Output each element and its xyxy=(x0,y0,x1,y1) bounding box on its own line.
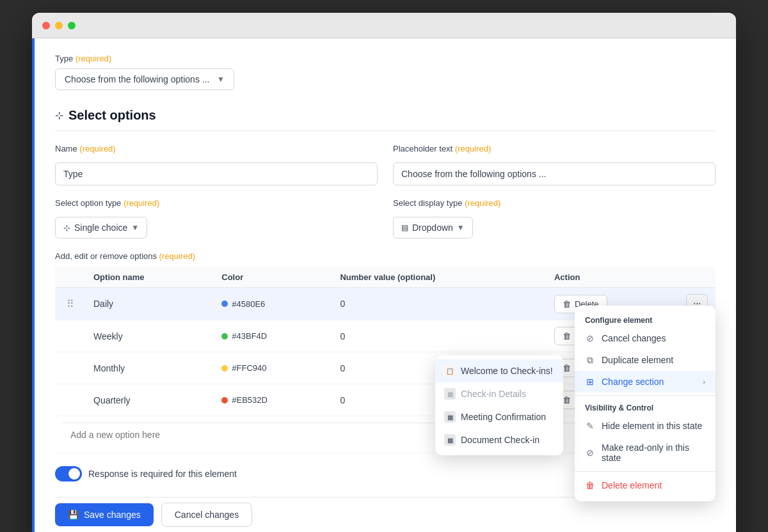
close-button[interactable] xyxy=(42,22,50,29)
maximize-button[interactable] xyxy=(68,22,76,29)
menu-item-change-section[interactable]: ⊞ Change section › xyxy=(575,371,716,393)
option-type-label: Select option type (required) xyxy=(55,198,378,208)
drag-handle-icon[interactable]: ⠿ xyxy=(63,299,78,309)
cancel-icon: ⊘ xyxy=(585,333,595,343)
configure-section-title: Configure element xyxy=(575,311,716,327)
submenu-item-document[interactable]: ▦ Document Check-in xyxy=(435,428,563,451)
display-type-label: Select display type (required) xyxy=(393,198,716,208)
required-toggle[interactable] xyxy=(55,466,82,481)
actions-row: 💾 Save changes Cancel changes xyxy=(55,497,716,527)
menu-item-delete-element[interactable]: 🗑 Delete element xyxy=(575,474,716,496)
trash-icon: 🗑 xyxy=(563,363,571,373)
display-type-arrow-icon: ▼ xyxy=(457,223,465,232)
main-content: Type (required) Choose from the followin… xyxy=(35,38,736,532)
display-type-group: Select display type (required) ▤ Dropdow… xyxy=(393,198,716,239)
dropdown-display-icon: ▤ xyxy=(401,223,408,232)
submenu: 📋 Welcome to Check-ins! ▦ Check-in Detai… xyxy=(435,356,563,455)
dropdown-arrow-icon: ▼ xyxy=(217,75,225,84)
color-dot-icon xyxy=(221,365,228,372)
col-option-name xyxy=(55,267,86,288)
content-area: Type (required) Choose from the followin… xyxy=(32,38,736,532)
option-name-cell: Monthly xyxy=(86,352,214,384)
menu-item-duplicate[interactable]: ⧉ Duplicate element xyxy=(575,349,716,371)
section-icon: ⊹ xyxy=(55,109,63,121)
submenu-item-meeting[interactable]: ▦ Meeting Confirmation xyxy=(435,405,563,428)
context-menu: Configure element ⊘ Cancel changes ⧉ Dup… xyxy=(575,306,716,501)
menu-item-readonly[interactable]: ⊘ Make read-only in this state xyxy=(575,437,716,469)
section-title: Select options xyxy=(68,108,156,123)
color-cell: #43BF4D xyxy=(214,320,332,352)
trash-icon: 🗑 xyxy=(563,331,571,341)
col-option-name-label: Option name xyxy=(86,267,214,288)
type-dropdown[interactable]: Choose from the following options ... ▼ xyxy=(55,68,234,90)
section-header: ⊹ Select options xyxy=(55,108,716,131)
duplicate-icon: ⧉ xyxy=(585,355,595,365)
menu-item-hide-element[interactable]: ✎ Hide element in this state xyxy=(575,415,716,437)
cancel-button[interactable]: Cancel changes xyxy=(161,503,252,527)
drag-handle-cell: ⠿ xyxy=(55,288,86,320)
trash-icon: 🗑 xyxy=(563,299,571,309)
type-display-row: Select option type (required) ⊹ Single c… xyxy=(55,198,716,239)
option-name-cell: Weekly xyxy=(86,320,214,352)
minimize-button[interactable] xyxy=(55,22,63,29)
color-cell: #FFC940 xyxy=(214,352,332,384)
drag-handle-cell xyxy=(55,384,86,416)
context-menu-container: 📋 Welcome to Check-ins! ▦ Check-in Detai… xyxy=(575,306,716,501)
color-cell: #EB532D xyxy=(214,384,332,416)
placeholder-input[interactable] xyxy=(393,162,716,185)
option-name-cell: Quarterly xyxy=(86,384,214,416)
color-dot-icon xyxy=(221,397,228,403)
menu-divider xyxy=(575,395,716,396)
save-icon: 💾 xyxy=(68,510,79,520)
submenu-item-icon: ▦ xyxy=(444,388,456,400)
titlebar xyxy=(32,13,736,38)
name-group: Name (required) xyxy=(55,144,378,185)
chevron-right-icon: › xyxy=(703,378,705,386)
color-dot-icon xyxy=(221,333,228,340)
readonly-icon: ⊘ xyxy=(585,448,595,458)
submenu-item-icon: 📋 xyxy=(444,365,456,377)
drag-handle-cell xyxy=(55,352,86,384)
submenu-item-icon: ▦ xyxy=(444,434,456,446)
col-number-value: Number value (optional) xyxy=(332,267,547,288)
name-input[interactable] xyxy=(55,162,378,185)
option-type-arrow-icon: ▼ xyxy=(131,223,139,232)
table-header-row: Option name Color Number value (optional… xyxy=(55,267,716,288)
color-cell: #4580E6 xyxy=(214,288,332,320)
hide-icon: ✎ xyxy=(585,421,595,431)
option-name-cell: Daily xyxy=(86,288,214,320)
number-cell: 0 xyxy=(332,320,547,352)
placeholder-label: Placeholder text (required) xyxy=(393,144,716,153)
color-badge: #4580E6 xyxy=(221,299,265,309)
options-section-label: Add, edit or remove options (required) xyxy=(55,251,716,261)
trash-icon: 🗑 xyxy=(563,395,571,405)
option-type-group: Select option type (required) ⊹ Single c… xyxy=(55,198,378,239)
submenu-item-checkin-details: ▦ Check-in Details xyxy=(435,382,563,405)
name-label: Name (required) xyxy=(55,144,378,153)
app-window: Type (required) Choose from the followin… xyxy=(32,13,736,532)
visibility-section-title: Visibility & Control xyxy=(575,398,716,415)
color-dot-icon xyxy=(221,301,228,307)
color-badge: #EB532D xyxy=(221,395,268,405)
submenu-item-icon: ▦ xyxy=(444,411,456,423)
placeholder-group: Placeholder text (required) xyxy=(393,144,716,185)
menu-item-cancel-changes[interactable]: ⊘ Cancel changes xyxy=(575,327,716,349)
color-badge: #43BF4D xyxy=(221,331,267,341)
drag-handle-cell xyxy=(55,320,86,352)
single-choice-icon: ⊹ xyxy=(63,223,70,233)
required-toggle-label: Response is required for this element xyxy=(88,469,237,479)
save-button[interactable]: 💾 Save changes xyxy=(55,503,154,526)
number-cell: 0 xyxy=(332,288,547,320)
change-section-icon: ⊞ xyxy=(585,377,595,387)
name-placeholder-row: Name (required) Placeholder text (requir… xyxy=(55,144,716,185)
col-action: Action xyxy=(547,267,678,288)
col-color: Color xyxy=(214,267,332,288)
option-type-select[interactable]: ⊹ Single choice ▼ xyxy=(55,217,147,239)
type-section: Type (required) Choose from the followin… xyxy=(55,54,716,90)
display-type-select[interactable]: ▤ Dropdown ▼ xyxy=(393,217,473,239)
type-field-label: Type (required) xyxy=(55,54,716,63)
col-extra xyxy=(678,267,716,288)
menu-divider-2 xyxy=(575,471,716,472)
color-badge: #FFC940 xyxy=(221,363,266,373)
submenu-item-welcome[interactable]: 📋 Welcome to Check-ins! xyxy=(435,359,563,382)
